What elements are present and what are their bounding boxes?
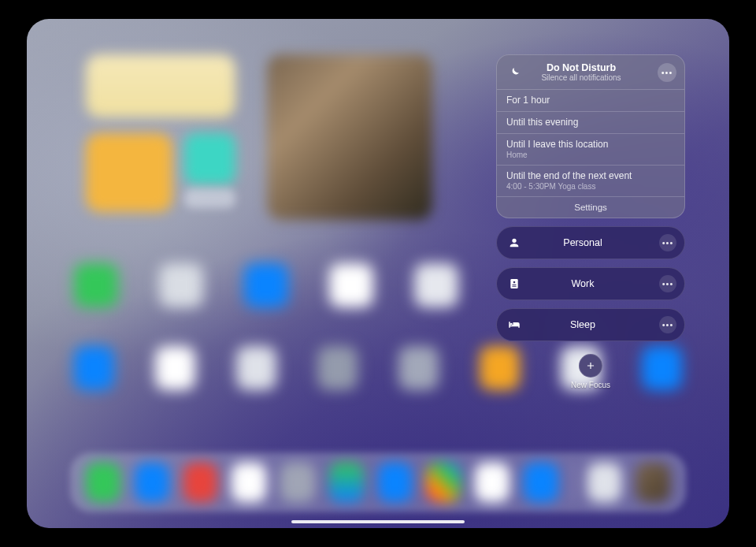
dnd-more-button[interactable]: •••	[658, 63, 676, 82]
dnd-option-event[interactable]: Until the end of the next event 4:00 - 5…	[497, 165, 684, 196]
dnd-title: Do Not Disturb	[511, 62, 651, 73]
home-indicator[interactable]	[291, 520, 465, 524]
dnd-option-1hour[interactable]: For 1 hour	[497, 89, 684, 111]
focus-pill-more-button[interactable]: •••	[659, 275, 676, 292]
focus-pill-sleep[interactable]: Sleep •••	[496, 308, 685, 341]
screen: Do Not Disturb Silence all notifications…	[27, 19, 729, 528]
plus-icon	[579, 354, 602, 378]
notes-widget-blur	[86, 54, 235, 117]
dnd-option-label: For 1 hour	[506, 95, 675, 106]
focus-pill-label: Sleep	[506, 319, 659, 330]
dnd-settings-button[interactable]: Settings	[497, 196, 684, 218]
focus-pill-label: Work	[506, 278, 659, 289]
ipad-frame: Do Not Disturb Silence all notifications…	[0, 0, 756, 547]
dnd-title-wrap: Do Not Disturb Silence all notifications	[511, 62, 651, 82]
dnd-option-label: Until the end of the next event	[506, 170, 675, 181]
dnd-option-location[interactable]: Until I leave this location Home	[497, 133, 684, 165]
new-focus-button[interactable]: New Focus	[496, 354, 685, 389]
focus-panel: Do Not Disturb Silence all notifications…	[496, 54, 685, 389]
widget-orange-blur	[86, 133, 172, 212]
dnd-header: Do Not Disturb Silence all notifications…	[497, 55, 684, 89]
dnd-option-sublabel: 4:00 - 5:30PM Yoga class	[506, 182, 675, 191]
dnd-options-list: For 1 hour Until this evening Until I le…	[497, 89, 684, 218]
dnd-option-label: Until I leave this location	[506, 139, 675, 150]
focus-pill-more-button[interactable]: •••	[659, 316, 676, 333]
focus-pill-personal[interactable]: Personal •••	[496, 226, 685, 259]
dnd-card: Do Not Disturb Silence all notifications…	[496, 54, 685, 218]
new-focus-label: New Focus	[571, 381, 610, 389]
widget-teal-label-blur	[184, 188, 235, 208]
focus-pill-label: Personal	[506, 237, 659, 248]
photos-widget-blur	[267, 54, 432, 220]
focus-pill-more-button[interactable]: •••	[659, 234, 676, 251]
dnd-option-sublabel: Home	[506, 151, 675, 159]
focus-pill-work[interactable]: Work •••	[496, 267, 685, 300]
dock-blur	[70, 452, 686, 512]
widget-teal-blur	[184, 133, 235, 184]
dnd-option-label: Until this evening	[506, 117, 675, 128]
dnd-subtitle: Silence all notifications	[511, 73, 651, 82]
dnd-option-evening[interactable]: Until this evening	[497, 111, 684, 133]
